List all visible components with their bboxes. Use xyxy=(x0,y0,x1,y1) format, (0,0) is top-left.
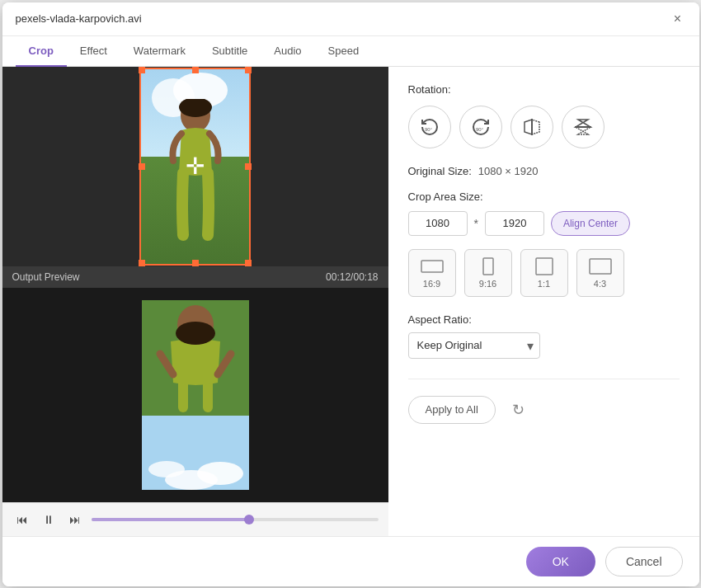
handle-bottom-left[interactable] xyxy=(139,260,145,266)
crop-area-label: Crop Area Size: xyxy=(408,191,680,203)
progress-fill xyxy=(92,518,249,521)
crop-inputs-row: * Align Center xyxy=(408,211,680,236)
right-panel: Rotation: 90° 90° xyxy=(388,67,699,536)
ratio-buttons: 16:9 9:16 1:1 xyxy=(408,249,680,297)
handle-top[interactable] xyxy=(192,67,199,73)
tabs-bar: Crop Effect Watermark Subtitle Audio Spe… xyxy=(2,36,699,67)
tab-watermark[interactable]: Watermark xyxy=(120,36,199,67)
dialog-title: pexels-vlada-karpovich.avi xyxy=(16,12,142,25)
preview-frame: ✛ xyxy=(139,68,251,266)
rotate-ccw-button[interactable]: 90° xyxy=(408,106,451,148)
output-preview-text: Output Preview xyxy=(12,271,80,283)
original-size-label: Original Size: xyxy=(408,165,472,177)
align-center-button[interactable]: Align Center xyxy=(551,211,630,236)
refresh-button[interactable]: ↻ xyxy=(506,397,532,423)
next-button[interactable]: ⏭ xyxy=(65,510,85,529)
output-preview-area xyxy=(2,288,388,502)
handle-left[interactable] xyxy=(139,163,145,170)
svg-text:90°: 90° xyxy=(425,127,433,132)
video-preview-area: ✛ xyxy=(2,67,388,266)
output-preview-timestamp: 00:12/00:18 xyxy=(326,271,378,283)
main-content: ✛ Output Preview 00:12/00:18 xyxy=(2,67,699,536)
divider xyxy=(408,379,680,379)
ratio-9-16-button[interactable]: 9:16 xyxy=(464,249,512,297)
aspect-ratio-label: Aspect Ratio: xyxy=(408,313,680,326)
handle-top-left[interactable] xyxy=(139,67,145,73)
ratio-1-1-label: 1:1 xyxy=(538,279,550,289)
crop-width-input[interactable] xyxy=(408,211,468,236)
tab-speed[interactable]: Speed xyxy=(315,36,373,67)
move-cursor: ✛ xyxy=(181,152,210,181)
ratio-16-9-button[interactable]: 16:9 xyxy=(408,249,456,297)
original-size-value: 1080 × 1920 xyxy=(478,165,539,177)
pause-button[interactable]: ⏸ xyxy=(39,510,59,529)
apply-all-button[interactable]: Apply to All xyxy=(408,396,496,424)
tab-audio[interactable]: Audio xyxy=(261,36,314,67)
ratio-4-3-label: 4:3 xyxy=(594,279,606,289)
title-bar: pexels-vlada-karpovich.avi × xyxy=(2,2,699,36)
ok-button[interactable]: OK xyxy=(526,547,595,576)
left-panel: ✛ Output Preview 00:12/00:18 xyxy=(2,67,388,536)
playback-bar: ⏮ ⏸ ⏭ xyxy=(2,502,388,536)
progress-track[interactable] xyxy=(92,518,379,521)
ratio-16-9-label: 16:9 xyxy=(423,279,440,289)
flip-horizontal-button[interactable] xyxy=(510,106,553,148)
output-preview-label-bar: Output Preview 00:12/00:18 xyxy=(2,266,388,288)
svg-rect-17 xyxy=(421,261,443,272)
tab-subtitle[interactable]: Subtitle xyxy=(199,36,261,67)
prev-button[interactable]: ⏮ xyxy=(12,510,32,529)
close-button[interactable]: × xyxy=(670,11,686,27)
ratio-9-16-label: 9:16 xyxy=(479,279,496,289)
tab-crop[interactable]: Crop xyxy=(16,36,67,67)
svg-rect-19 xyxy=(536,258,553,275)
original-size-row: Original Size: 1080 × 1920 xyxy=(408,165,680,177)
crop-height-input[interactable] xyxy=(485,211,544,236)
handle-top-right[interactable] xyxy=(245,67,252,73)
dialog: pexels-vlada-karpovich.avi × Crop Effect… xyxy=(2,2,699,586)
ratio-1-1-button[interactable]: 1:1 xyxy=(520,249,568,297)
svg-rect-18 xyxy=(483,258,493,275)
svg-rect-20 xyxy=(590,259,611,274)
aspect-ratio-select-wrap: Keep Original 16:9 9:16 4:3 1:1 21:9 ▾ xyxy=(408,332,540,359)
aspect-ratio-select[interactable]: Keep Original 16:9 9:16 4:3 1:1 21:9 xyxy=(408,332,540,359)
flip-vertical-button[interactable] xyxy=(562,106,605,148)
tab-effect[interactable]: Effect xyxy=(67,36,120,67)
rotate-cw-button[interactable]: 90° xyxy=(459,106,502,148)
rotation-buttons: 90° 90° xyxy=(408,106,680,148)
svg-text:90°: 90° xyxy=(476,127,484,132)
progress-thumb[interactable] xyxy=(244,515,254,524)
footer: OK Cancel xyxy=(2,536,699,586)
handle-bottom-right[interactable] xyxy=(245,260,252,266)
handle-bottom[interactable] xyxy=(192,260,199,266)
output-person-svg xyxy=(142,300,249,490)
person-figure xyxy=(158,99,233,264)
apply-row: Apply to All ↻ xyxy=(408,396,680,424)
output-image xyxy=(142,300,249,490)
multiply-sign: * xyxy=(474,217,478,230)
ratio-4-3-button[interactable]: 4:3 xyxy=(576,249,624,297)
cancel-button[interactable]: Cancel xyxy=(605,547,683,576)
rotation-label: Rotation: xyxy=(408,83,680,96)
handle-right[interactable] xyxy=(245,163,252,170)
